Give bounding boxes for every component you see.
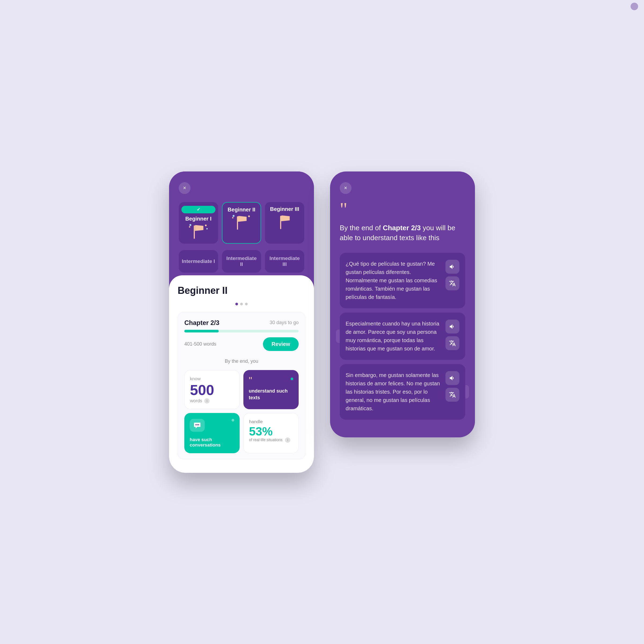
dot-2 [240,303,243,305]
level-card-beginner-3[interactable]: Beginner III [265,202,304,244]
svg-point-1 [197,424,198,425]
flag-icon [232,215,251,230]
right-phone: × " By the end of Chapter 2/3 you will b… [330,171,475,437]
flag-icon [189,224,208,239]
words-range: 401-500 words [184,341,216,347]
progress-bar-background [184,330,299,332]
flag-icon [275,214,294,229]
text-card-2: Especialmente cuando hay una historia de… [340,313,465,360]
level-card-beginner-2[interactable]: Beginner II [222,202,261,244]
left-handle-2 [336,330,340,343]
words-know-label: know [190,376,234,382]
text-content-3: Sin embargo, me gustan solamente las his… [346,371,441,413]
app-container: × ✓ Beginner I B [169,171,475,473]
level-label: Beginner II [228,206,255,213]
level-label: Intermediate I [182,258,215,264]
outcome-conversations-card: have such conversations [184,413,240,453]
translate-button-2[interactable] [445,336,459,350]
pagination-dots [178,303,305,305]
audio-button-1[interactable] [445,260,459,274]
quote-icon: " [249,376,252,386]
outcome-grid: know 500 words i " [184,370,299,453]
chapter-bold: Chapter 2/3 [383,224,421,232]
translate-button-3[interactable] [445,388,459,402]
dot-3 [245,303,248,305]
level-label: Beginner I [185,215,211,222]
chapter-days: 30 days to go [270,320,299,325]
level-label: Intermediate II [225,255,259,267]
translate-button-1[interactable] [445,276,459,290]
outcome-percent-card: handle 53% of real-life situations i [243,413,299,453]
text-actions-3 [445,371,459,402]
level-card-beginner-1[interactable]: ✓ Beginner I [179,202,218,244]
words-unit: words i [190,398,234,404]
outcome-texts-card: " understand such texts [243,370,299,409]
level-card-intermediate-3[interactable]: Intermediate III [265,250,304,273]
check-bar: ✓ [181,206,215,213]
text-content-1: ¿Qué tipo de películas te gustan? Me gus… [346,260,441,301]
understand-label: understand such texts [249,388,293,401]
bottom-sheet: Beginner II Chapter 2/3 30 days to go 40… [169,275,314,473]
right-close-button[interactable]: × [340,182,352,194]
text-card-1: ¿Qué tipo de películas te gustan? Me gus… [340,253,465,308]
percent-number: 53% [249,426,293,437]
info-icon-2[interactable]: i [285,437,290,443]
text-actions-1 [445,260,459,290]
text-card-3: Sin embargo, me gustan solamente las his… [340,364,465,420]
chapter-title: Chapter 2/3 [184,319,219,327]
info-icon[interactable]: i [204,398,210,404]
handle-label: handle [249,419,293,425]
intermediate-level-row: Intermediate I Intermediate II Intermedi… [179,250,304,273]
chapter-description: By the end of Chapter 2/3 you will be ab… [340,223,465,243]
level-card-intermediate-2[interactable]: Intermediate II [222,250,261,273]
level-label: Intermediate III [268,255,302,267]
chapter-meta: 401-500 words Review [184,337,299,351]
audio-button-3[interactable] [445,371,459,385]
level-card-intermediate-1[interactable]: Intermediate I [179,250,218,273]
audio-button-2[interactable] [445,320,459,334]
review-button[interactable]: Review [263,337,299,351]
text-actions-2 [445,320,459,350]
progress-bar-fill [184,330,219,332]
conversations-label: have such conversations [190,437,234,448]
words-number: 500 [190,383,234,397]
big-quote-icon: " [340,204,465,215]
outcome-words-card: know 500 words i [184,370,240,409]
level-label: Beginner III [270,206,299,212]
chat-icon [190,419,205,432]
sheet-title: Beginner II [178,285,305,296]
close-button[interactable]: × [179,182,191,194]
text-content-2: Especialmente cuando hay una historia de… [346,320,441,353]
chapter-card: Chapter 2/3 30 days to go 401-500 words … [178,312,305,459]
svg-point-0 [195,424,196,425]
chapter-header: Chapter 2/3 30 days to go [184,319,299,327]
phone-top-section: × ✓ Beginner I B [169,171,314,273]
by-end-label: By the end, you [184,358,299,364]
svg-point-2 [198,424,199,425]
left-phone: × ✓ Beginner I B [169,171,314,473]
percent-description: of real-life situations i [249,437,293,443]
dot-1 [235,303,238,305]
right-handle-3 [465,385,469,398]
level-grid: ✓ Beginner I Beginner II [179,202,304,244]
